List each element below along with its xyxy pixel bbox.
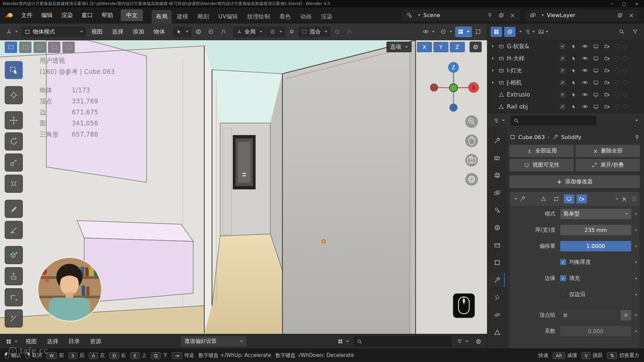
breadcrumb-object[interactable]: Cube.063	[518, 134, 545, 140]
even-thickness-checkbox[interactable]: ✓	[560, 259, 566, 265]
holdout-icon[interactable]	[615, 80, 620, 85]
copy-viewlayer-icon[interactable]	[615, 11, 624, 19]
asset-menu-catalog[interactable]: 目录	[64, 336, 84, 347]
render-disable-icon[interactable]	[601, 44, 612, 49]
workspace-tab-uv[interactable]: UV编辑	[214, 10, 242, 23]
outliner-display-mode-button[interactable]	[491, 27, 502, 37]
viewlayer-selector[interactable]: ViewLayer ×	[525, 10, 639, 21]
mirror-z-toggle[interactable]: Z	[450, 42, 465, 52]
menu-help[interactable]: 帮助	[97, 10, 117, 21]
globe-icon-button[interactable]	[193, 26, 204, 37]
tool-measure[interactable]	[5, 221, 23, 239]
xray-toggle[interactable]	[473, 26, 484, 37]
tab-physics[interactable]	[489, 308, 505, 322]
workspace-tab-animation[interactable]: 动画	[296, 10, 316, 23]
asset-menu-select[interactable]: 选择	[43, 336, 63, 347]
tool-settings-gear-button[interactable]: ⚙	[470, 42, 482, 52]
exclude-checkbox[interactable]: ✓	[560, 92, 566, 98]
select-mode-extend[interactable]	[19, 42, 32, 53]
expand-icon[interactable]	[492, 45, 494, 48]
outliner-row[interactable]: G-软装& ✓	[487, 40, 644, 52]
snap-mode-dropdown[interactable]: 混合	[299, 26, 330, 37]
select-mode-invert[interactable]	[48, 42, 60, 53]
asset-gear-button[interactable]: ⚙	[473, 336, 484, 347]
tool-corner[interactable]	[5, 288, 23, 306]
tool-transform[interactable]	[5, 175, 23, 193]
workspace-tab-texturepaint[interactable]: 纹理绘制	[243, 10, 274, 23]
tab-render[interactable]	[489, 151, 505, 165]
visibility-dropdown[interactable]	[420, 26, 437, 37]
pin-icon[interactable]	[485, 11, 494, 19]
holdout-icon[interactable]	[615, 44, 620, 49]
minimize-button[interactable]: ─	[611, 1, 613, 6]
tab-output[interactable]	[489, 168, 505, 182]
outliner-filter-button[interactable]	[629, 27, 641, 37]
filter-dropdown[interactable]	[454, 336, 471, 347]
chevron-down-icon[interactable]	[635, 120, 638, 121]
viewport-menu-view[interactable]: 视图	[87, 26, 107, 38]
exclude-checkbox[interactable]: ✓	[560, 68, 566, 73]
tool-annotate[interactable]	[5, 200, 23, 218]
orientation-dropdown[interactable]: 全局	[233, 26, 265, 37]
viewport-disable-icon[interactable]	[590, 92, 601, 98]
3d-viewport[interactable]: Z X	[0, 40, 487, 334]
chevron-down-icon[interactable]	[519, 31, 522, 33]
remove-viewlayer-icon[interactable]: ×	[627, 11, 636, 19]
workspace-tab-shading[interactable]: 着色	[275, 10, 295, 23]
add-modifier-button[interactable]: + 添加修改器	[509, 175, 640, 188]
outliner-row[interactable]: Rail obj ✓	[487, 101, 644, 113]
display-size-dropdown[interactable]	[335, 336, 351, 347]
outliner-row[interactable]: Extrusio ✓	[487, 88, 644, 101]
menu-render[interactable]: 渲染	[57, 10, 77, 21]
selectable-icon[interactable]	[568, 56, 579, 61]
drag-handle-icon[interactable]	[632, 196, 637, 201]
exclude-checkbox[interactable]: ✓	[560, 80, 566, 85]
gizmo-y-axis[interactable]	[449, 84, 458, 92]
pan-hand-button[interactable]	[465, 134, 478, 147]
scene-selector[interactable]: Scene ×	[402, 10, 520, 21]
expand-icon[interactable]	[492, 81, 494, 84]
viewport-disable-icon[interactable]	[590, 80, 601, 85]
hide-eye-icon[interactable]	[579, 79, 590, 85]
indirect-icon[interactable]	[623, 104, 627, 109]
asset-search-input[interactable]	[354, 336, 452, 347]
hide-eye-icon[interactable]	[579, 55, 590, 61]
properties-editor-type-button[interactable]	[491, 115, 507, 126]
exclude-checkbox[interactable]: ✓	[560, 56, 566, 61]
view-visibility-button[interactable]: 视图可见性	[509, 159, 574, 171]
maximize-button[interactable]: □	[622, 1, 626, 6]
copy-scene-icon[interactable]	[497, 11, 505, 19]
viewport-menu-select[interactable]: 选择	[108, 26, 127, 38]
expand-icon[interactable]	[492, 57, 494, 60]
workspace-tab-sculpting[interactable]: 雕刻	[193, 10, 213, 23]
tool-scale[interactable]	[5, 154, 23, 172]
indirect-icon[interactable]	[623, 80, 627, 85]
outliner-sync-button[interactable]	[504, 27, 516, 37]
hide-eye-icon[interactable]	[579, 104, 590, 110]
editor-type-button[interactable]	[3, 26, 20, 37]
hide-eye-icon[interactable]	[579, 43, 590, 49]
language-menu-button[interactable]: 中文	[121, 9, 143, 21]
menu-edit[interactable]: 编辑	[37, 10, 57, 21]
hide-eye-icon[interactable]	[579, 92, 590, 98]
tab-modifiers[interactable]	[489, 273, 505, 287]
workspace-tab-rendering[interactable]: 渲染	[317, 10, 337, 23]
holdout-icon[interactable]	[615, 68, 620, 73]
exclude-checkbox[interactable]: ✓	[560, 104, 566, 110]
tab-view-layer[interactable]	[489, 186, 505, 200]
camera-view-button[interactable]	[465, 154, 478, 167]
properties-search-input[interactable]	[511, 116, 596, 126]
menu-file[interactable]: 文件	[17, 10, 37, 21]
outliner-image-dropdown[interactable]	[537, 27, 549, 37]
breadcrumb-modifier[interactable]: Solidify	[561, 134, 581, 140]
active-tool-dropdown[interactable]	[173, 26, 192, 37]
collapse-icon[interactable]	[515, 198, 517, 200]
import-method-dropdown[interactable]: 遵循偏好设置	[181, 336, 247, 347]
selectable-icon[interactable]	[568, 44, 579, 49]
asset-editor-type-button[interactable]	[3, 336, 20, 347]
expand-icon[interactable]	[492, 69, 494, 72]
outliner-tree-dropdown[interactable]	[524, 27, 535, 37]
workspace-tab-modeling[interactable]: 建模	[172, 10, 193, 23]
render-disable-icon[interactable]	[601, 104, 612, 110]
gizmo-neg-x-axis[interactable]	[430, 83, 438, 92]
